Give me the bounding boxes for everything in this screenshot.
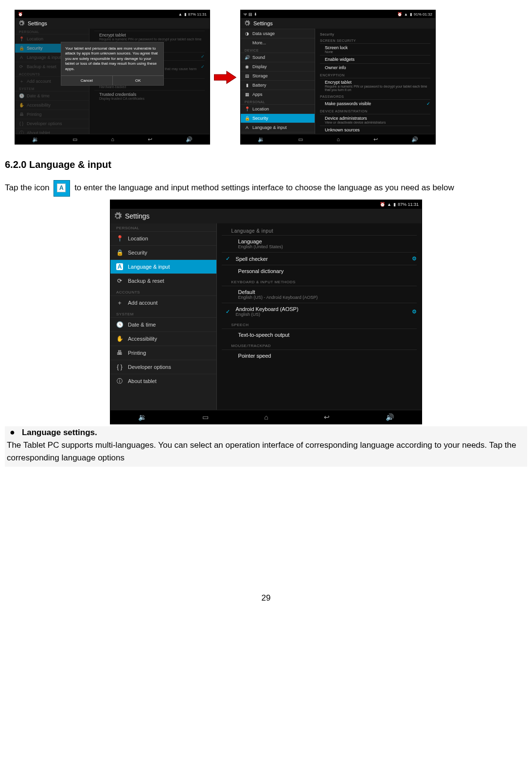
- sidebar: PERSONAL 📍Location 🔒Security ALanguage &…: [110, 223, 217, 410]
- sidebar-item-about[interactable]: ⓘAbout tablet: [15, 128, 89, 134]
- sidebar-item-add-account[interactable]: ＋Add account: [110, 295, 216, 310]
- hand-icon: ✋: [116, 335, 123, 342]
- row-spell-checker[interactable]: ✓Spell checker⚙: [222, 252, 417, 265]
- sidebar-item-language[interactable]: ALanguage & input: [241, 123, 315, 132]
- row-unknown-sources[interactable]: Unknown sources: [320, 126, 430, 134]
- row-passwords-visible[interactable]: Make passwords visible✓: [320, 99, 430, 108]
- sidebar-item-more[interactable]: More...: [241, 38, 315, 47]
- sidebar-item-backup[interactable]: ⟳Backup & reset: [110, 274, 216, 288]
- home-icon[interactable]: ⌂: [337, 136, 340, 142]
- recent-icon[interactable]: ▭: [72, 136, 77, 143]
- sidebar-item-display[interactable]: ◉Display: [241, 62, 315, 71]
- nav-bar: 🔉 ▭ ⌂ ↩ 🔊: [15, 134, 210, 144]
- sidebar-section: DEVICE: [241, 47, 315, 53]
- sidebar-item-printing[interactable]: 🖶Printing: [15, 110, 89, 119]
- settings-title: Settings: [28, 20, 47, 26]
- status-bar: Ψ ▤ ⬇ ⏰ ▲ ▮ 91% 01:32: [241, 10, 435, 18]
- back-icon[interactable]: ↩: [148, 136, 152, 143]
- row-owner-info[interactable]: Owner info: [320, 63, 430, 72]
- sidebar-section: PERSONAL: [15, 29, 89, 34]
- detail-panel: Security SCREEN SECURITY Screen lockNone…: [315, 29, 435, 134]
- screenshot-security-list: Ψ ▤ ⬇ ⏰ ▲ ▮ 91% 01:32 Settings ◑Data usa…: [240, 10, 436, 145]
- storage-icon: ▤: [245, 73, 249, 78]
- settings-header: Settings: [110, 209, 422, 223]
- row-language[interactable]: LanguageEnglish (United States): [222, 235, 417, 252]
- apps-icon: ▦: [245, 92, 249, 97]
- row-device-admin[interactable]: Device administratorsView or deactivate …: [320, 114, 430, 126]
- dialog-cancel-button[interactable]: Cancel: [61, 76, 113, 85]
- wifi-icon: ▲: [404, 12, 408, 17]
- location-icon: 📍: [19, 37, 24, 41]
- row-encrypt[interactable]: Encrypt tabletRequire a numeric PIN or p…: [320, 78, 430, 93]
- tune-icon[interactable]: ⚙: [412, 309, 417, 315]
- alarm-icon: ⏰: [380, 202, 385, 207]
- back-icon[interactable]: ↩: [324, 413, 330, 421]
- row-trusted-cred[interactable]: Trusted credentialsDisplay trusted CA ce…: [94, 90, 205, 102]
- home-icon[interactable]: ⌂: [264, 413, 268, 421]
- home-icon[interactable]: ⌂: [111, 136, 114, 142]
- sidebar-item-sound[interactable]: 🔊Sound: [241, 53, 315, 62]
- gear-icon: [113, 212, 122, 220]
- row-android-kb[interactable]: ✓Android Keyboard (AOSP)English (US)⚙: [222, 303, 417, 320]
- clock-icon: 🕓: [116, 321, 123, 328]
- sidebar-item-security[interactable]: 🔒Security: [241, 113, 315, 123]
- sidebar-item-location[interactable]: 📍Location: [241, 104, 315, 113]
- check-icon[interactable]: ✓: [426, 101, 430, 106]
- battery-icon: ▮: [184, 12, 186, 17]
- tune-icon[interactable]: ⚙: [412, 256, 417, 262]
- nav-bar: 🔉 ▭ ⌂ ↩ 🔊: [110, 410, 422, 424]
- plus-icon: ＋: [116, 299, 123, 306]
- check-icon[interactable]: ✓: [201, 54, 205, 59]
- row-enable-widgets[interactable]: Enable widgets: [320, 55, 430, 63]
- check-icon[interactable]: ✓: [226, 256, 230, 262]
- intro-paragraph: Tap the icon to enter the language and i…: [5, 180, 527, 197]
- detail-title: Security: [320, 31, 430, 37]
- sidebar-section: ACCOUNTS: [110, 288, 216, 295]
- back-icon[interactable]: ↩: [373, 136, 378, 143]
- backup-icon: ⟳: [116, 277, 123, 284]
- bullet-body: The Tablet PC supports multi-languages. …: [5, 439, 527, 467]
- section-screen-security: SCREEN SECURITY: [320, 37, 430, 43]
- check-icon[interactable]: ✓: [226, 309, 230, 315]
- check-icon[interactable]: ✓: [201, 64, 205, 69]
- status-bar: ⏰ ▲ ▮ 87% 11:31: [110, 200, 422, 209]
- vol-up-icon[interactable]: 🔊: [411, 136, 418, 143]
- info-icon: ⓘ: [116, 378, 123, 384]
- sidebar-item-data-usage[interactable]: ◑Data usage: [241, 29, 315, 38]
- sidebar-item-about[interactable]: ⓘAbout tablet: [110, 374, 216, 388]
- sidebar-item-developer[interactable]: { }Developer options: [15, 119, 89, 128]
- printer-icon: 🖶: [116, 349, 123, 356]
- recent-icon[interactable]: ▭: [202, 413, 209, 421]
- sidebar-item-printing[interactable]: 🖶Printing: [110, 346, 216, 360]
- sidebar-item-accessibility[interactable]: ✋Accessibility: [110, 331, 216, 346]
- vol-down-icon[interactable]: 🔉: [138, 413, 146, 421]
- recent-icon[interactable]: ▭: [298, 136, 303, 143]
- row-pointer-speed[interactable]: Pointer speed: [222, 349, 417, 362]
- row-tts[interactable]: Text-to-speech output: [222, 329, 417, 341]
- sidebar-item-date[interactable]: 🕓Date & time: [110, 317, 216, 331]
- sidebar-item-apps[interactable]: ▦Apps: [241, 90, 315, 99]
- sidebar-item-date[interactable]: 🕓Date & time: [15, 91, 89, 100]
- location-icon: 📍: [245, 107, 249, 111]
- sidebar-item-security[interactable]: 🔒Security: [110, 245, 216, 259]
- vol-up-icon[interactable]: 🔊: [186, 136, 193, 143]
- printer-icon: 🖶: [19, 112, 24, 117]
- sidebar-item-developer[interactable]: { }Developer options: [110, 360, 216, 374]
- sidebar-item-storage[interactable]: ▤Storage: [241, 71, 315, 80]
- vol-down-icon[interactable]: 🔉: [258, 136, 265, 143]
- row-screen-lock[interactable]: Screen lockNone: [320, 43, 430, 55]
- wifi-icon: ▲: [387, 202, 391, 207]
- vol-up-icon[interactable]: 🔊: [386, 413, 394, 421]
- sidebar-item-location[interactable]: 📍Location: [110, 231, 216, 245]
- dialog-ok-button[interactable]: OK: [113, 76, 164, 85]
- settings-title: Settings: [253, 20, 273, 26]
- section-heading: 6.2.0 Language & input: [5, 159, 527, 170]
- sidebar-item-language[interactable]: ALanguage & input: [110, 259, 216, 274]
- sound-icon: 🔊: [245, 55, 249, 60]
- sidebar-item-accessibility[interactable]: ✋Accessibility: [15, 100, 89, 110]
- row-default-kb[interactable]: DefaultEnglish (US) - Android Keyboard (…: [222, 286, 417, 303]
- vol-down-icon[interactable]: 🔉: [32, 136, 39, 143]
- row-personal-dictionary[interactable]: Personal dictionary: [222, 265, 417, 277]
- language-icon: A: [116, 263, 123, 270]
- sidebar-item-battery[interactable]: ▮Battery: [241, 80, 315, 90]
